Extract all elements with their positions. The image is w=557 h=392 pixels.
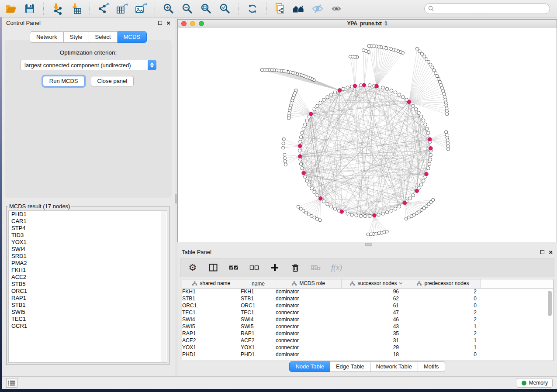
graph-leaf-node[interactable] (445, 133, 448, 136)
deselect-all-icon[interactable] (249, 262, 259, 273)
graph-node[interactable] (427, 167, 430, 170)
graph-leaf-node[interactable] (425, 58, 428, 61)
graph-node[interactable] (422, 179, 425, 182)
table-tab-node-table[interactable]: Node Table (289, 361, 330, 372)
mcds-result-item[interactable]: STB1 (9, 302, 167, 309)
graph-leaf-node[interactable] (446, 136, 449, 139)
graph-node[interactable] (305, 179, 309, 182)
graph-selected-node[interactable] (415, 189, 419, 193)
graph-node[interactable] (342, 87, 345, 91)
graph-node[interactable] (368, 84, 371, 87)
graph-node[interactable] (385, 87, 389, 91)
graph-selected-node[interactable] (407, 100, 411, 104)
mcds-result-item[interactable]: RAP1 (9, 295, 167, 302)
graph-node[interactable] (408, 197, 412, 200)
graph-leaf-node[interactable] (444, 98, 447, 101)
graph-selected-node[interactable] (298, 144, 302, 148)
graph-node[interactable] (326, 203, 329, 206)
export-table-icon[interactable] (116, 3, 129, 15)
graph-node[interactable] (346, 86, 349, 89)
graph-node[interactable] (424, 123, 427, 126)
graph-node[interactable] (316, 194, 319, 197)
mcds-result-item[interactable]: GCR1 (9, 323, 167, 330)
graph-node[interactable] (419, 183, 423, 186)
result-list-scrollbar[interactable] (161, 211, 166, 362)
column-header-predecessor-nodes[interactable]: predecessor nodes (406, 279, 480, 288)
hide-unselected-icon[interactable] (311, 3, 324, 15)
graph-leaf-node[interactable] (446, 113, 449, 116)
zoom-in-icon[interactable] (162, 3, 175, 15)
graph-node[interactable] (322, 200, 326, 203)
graph-node[interactable] (368, 214, 371, 218)
graph-selected-node[interactable] (340, 210, 344, 214)
graph-node[interactable] (304, 123, 307, 126)
graph-node[interactable] (381, 212, 385, 216)
sort-chevron-icon[interactable] (399, 282, 402, 285)
graph-selected-node[interactable] (373, 213, 377, 217)
export-image-icon[interactable] (135, 3, 148, 15)
open-file-icon[interactable] (4, 3, 17, 15)
graph-leaf-node[interactable] (445, 107, 448, 110)
graph-selected-node[interactable] (298, 155, 302, 158)
graph-leaf-node[interactable] (418, 50, 421, 53)
optimization-criterion-select[interactable]: largest connected component (undirected) (20, 60, 156, 70)
graph-node[interactable] (429, 158, 432, 162)
table-row[interactable]: SWI5SWI5connector431 (182, 323, 553, 330)
mcds-result-item[interactable]: PHD1 (9, 211, 167, 218)
graph-leaf-node[interactable] (437, 77, 440, 80)
graph-leaf-node[interactable] (434, 72, 437, 75)
table-row[interactable]: ORC1ORC1dominator610 (182, 302, 553, 309)
graph-node[interactable] (385, 211, 389, 214)
close-panel-icon[interactable]: × (166, 21, 170, 25)
graph-node[interactable] (398, 205, 401, 208)
graph-leaf-node[interactable] (284, 160, 287, 163)
graph-node[interactable] (419, 115, 423, 118)
graph-leaf-node[interactable] (445, 104, 448, 107)
mcds-result-item[interactable]: STB5 (9, 281, 167, 288)
mcds-result-item[interactable]: SWI5 (9, 309, 167, 316)
graph-node[interactable] (359, 84, 363, 87)
graph-node[interactable] (390, 209, 393, 213)
close-panel-button[interactable]: Close panel (91, 76, 134, 86)
graph-node[interactable] (333, 91, 337, 94)
graph-leaf-node[interactable] (284, 163, 287, 166)
graph-node[interactable] (426, 127, 429, 131)
graph-node[interactable] (428, 162, 431, 166)
mcds-result-item[interactable]: TEC1 (9, 316, 167, 323)
graph-node[interactable] (302, 127, 305, 131)
graph-leaf-node[interactable] (443, 92, 446, 95)
graph-node[interactable] (363, 214, 367, 218)
float-panel-icon[interactable] (540, 250, 544, 254)
column-header-shared-name[interactable]: shared name (182, 279, 241, 288)
graph-node[interactable] (412, 104, 415, 108)
table-row[interactable]: ACE2ACE2connector311 (182, 337, 553, 344)
graph-selected-node[interactable] (318, 196, 322, 200)
export-network-icon[interactable] (97, 3, 110, 15)
graph-node[interactable] (422, 119, 425, 122)
search-input[interactable] (436, 6, 546, 12)
zoom-out-icon[interactable] (181, 3, 194, 15)
graph-node[interactable] (313, 190, 316, 194)
graph-node[interactable] (394, 91, 397, 94)
zoom-fit-icon[interactable] (200, 3, 213, 15)
graph-leaf-node[interactable] (438, 80, 441, 83)
task-history-button[interactable] (6, 378, 17, 388)
graph-leaf-node[interactable] (446, 139, 449, 142)
mcds-result-item[interactable]: CAR1 (9, 218, 167, 225)
graph-selected-node[interactable] (338, 89, 342, 93)
tab-mcds[interactable]: MCDS (118, 31, 147, 43)
graph-node[interactable] (319, 101, 322, 105)
graph-leaf-node[interactable] (420, 52, 423, 55)
table-tab-network-table[interactable]: Network Table (370, 361, 418, 372)
table-scrollbar[interactable] (548, 290, 552, 360)
tab-style[interactable]: Style (64, 31, 89, 43)
graph-node[interactable] (355, 214, 358, 217)
graph-node[interactable] (417, 111, 421, 115)
graph-node[interactable] (381, 86, 385, 89)
graph-leaf-node[interactable] (432, 69, 436, 72)
graph-leaf-node[interactable] (445, 110, 448, 113)
mcds-result-item[interactable]: ACE2 (9, 274, 167, 281)
add-column-icon[interactable] (270, 262, 280, 273)
graph-node[interactable] (394, 207, 397, 210)
graph-selected-node[interactable] (302, 171, 306, 175)
